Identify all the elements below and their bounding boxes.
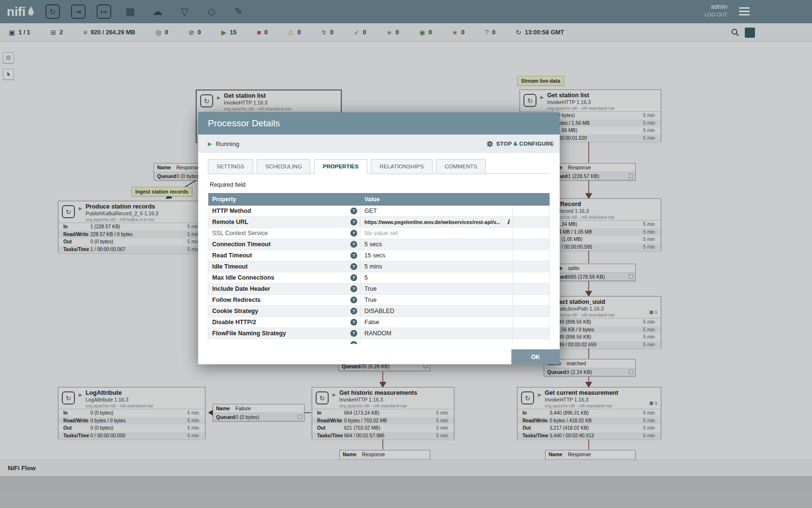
tab-relationships[interactable]: RELATIONSHIPS <box>371 159 432 174</box>
dialog-status-row: ▶ Running STOP & CONFIGURE <box>198 134 560 153</box>
help-icon[interactable]: ? <box>350 252 357 259</box>
property-row: Include Date Header? True <box>208 284 550 295</box>
help-icon[interactable]: ? <box>350 319 357 326</box>
help-icon[interactable]: ? <box>350 219 357 225</box>
column-header-property: Property <box>208 196 361 203</box>
properties-table-header: Property Value <box>208 193 550 206</box>
help-icon[interactable]: ? <box>350 263 357 270</box>
property-row: Idle Timeout? 5 mins <box>208 261 550 272</box>
help-icon: ? <box>350 341 357 344</box>
dialog-tabs: SETTINGS SCHEDULING PROPERTIES RELATIONS… <box>208 159 550 174</box>
tab-settings[interactable]: SETTINGS <box>208 159 253 174</box>
property-row: Disable HTTP/2? False <box>208 317 550 328</box>
property-row: Cookie Strategy? DISABLED <box>208 306 550 317</box>
running-icon: ▶ <box>208 141 212 147</box>
processor-details-dialog: Processor Details ▶ Running STOP & CONFI… <box>198 112 560 364</box>
nifi-app: nifi ↻ ⇥ ↦ ▦ ☁ ▽ ◇ ✎ admin LOG OUT ▣1 / … <box>0 0 812 508</box>
property-row: Follow Redirects? True <box>208 295 550 306</box>
run-status-text: Running <box>216 140 239 148</box>
property-row: SSL Context Service? No value set <box>208 228 550 239</box>
tab-properties[interactable]: PROPERTIES <box>314 159 367 174</box>
help-icon[interactable]: ? <box>350 308 357 314</box>
help-icon[interactable]: ? <box>350 208 357 214</box>
properties-table: Property Value HTTP Method? GET Remote U… <box>208 193 550 344</box>
tab-comments[interactable]: COMMENTS <box>436 159 486 174</box>
required-field-note: Required field <box>210 181 560 188</box>
dialog-title: Processor Details <box>198 112 560 134</box>
property-row-partial: ? <box>208 339 550 344</box>
help-icon[interactable]: ? <box>350 330 357 337</box>
property-row: FlowFile Naming Strategy? RANDOM <box>208 328 550 339</box>
stop-and-configure-button[interactable]: STOP & CONFIGURE <box>486 140 554 148</box>
property-row: HTTP Method? GET <box>208 206 550 217</box>
property-row: Connection Timeout? 5 secs <box>208 239 550 250</box>
property-row: Max Idle Connections? 5 <box>208 272 550 284</box>
property-row: Remote URL? https://www.pegelonline.wsv.… <box>208 217 550 228</box>
help-icon[interactable]: ? <box>350 241 357 248</box>
help-icon[interactable]: ? <box>350 297 357 303</box>
info-icon[interactable]: i <box>507 218 509 225</box>
column-header-value: Value <box>361 196 513 203</box>
gear-icon <box>486 140 493 148</box>
help-icon[interactable]: ? <box>350 285 357 292</box>
ok-button[interactable]: OK <box>511 349 560 364</box>
help-icon[interactable]: ? <box>350 274 357 281</box>
tab-scheduling[interactable]: SCHEDULING <box>257 159 310 174</box>
help-icon[interactable]: ? <box>350 230 357 237</box>
property-row: Read Timeout? 15 secs <box>208 250 550 261</box>
